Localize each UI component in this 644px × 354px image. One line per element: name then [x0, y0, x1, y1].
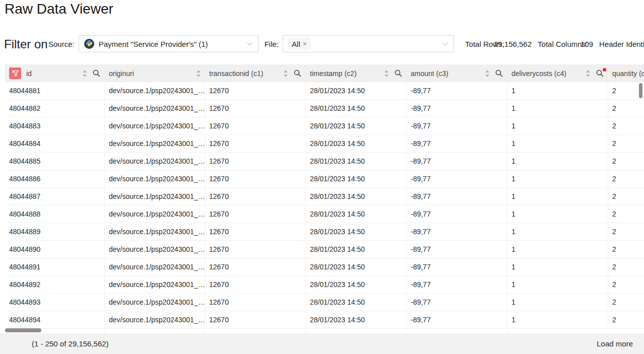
close-icon[interactable]: ×: [303, 40, 307, 48]
cell-id: 48044881: [5, 82, 105, 99]
cell-id: 48044893: [5, 294, 105, 311]
sort-carets-icon[interactable]: [82, 69, 87, 78]
column-label: deliverycosts (c4): [511, 69, 583, 78]
cell-transactionid: 12670: [205, 223, 306, 240]
table-row: 48044886dev/source.1/psp20243001_…126702…: [5, 170, 644, 188]
cell-timestamp: 28/01/2023 14:50: [306, 258, 407, 275]
table-row: 48044888dev/source.1/psp20243001_…126702…: [5, 205, 644, 223]
cell-quantity: 2: [608, 135, 644, 152]
table-row: 48044885dev/source.1/psp20243001_…126702…: [5, 153, 644, 170]
column-label: id: [26, 69, 79, 78]
cell-originuri: dev/source.1/psp20243001_…: [105, 241, 205, 258]
cell-id: 48044882: [5, 100, 105, 117]
table-row: 48044893dev/source.1/psp20243001_…126702…: [5, 294, 644, 311]
stat-value: 29,156,562: [489, 40, 532, 48]
row-range-label: (1 - 250 of 29,156,562): [32, 339, 109, 348]
table-row: 48044881dev/source.1/psp20243001_…126702…: [5, 82, 644, 100]
page-title: Raw Data Viewer: [5, 1, 113, 17]
data-table: idoriginuritransactionid (c1)timestamp (…: [0, 64, 644, 333]
magnifier-icon[interactable]: [495, 69, 503, 78]
sort-carets-icon[interactable]: [384, 69, 389, 78]
table-body: 48044881dev/source.1/psp20243001_…126702…: [5, 82, 644, 333]
cell-timestamp: 28/01/2023 14:50: [306, 188, 407, 205]
cell-id: 48044889: [5, 223, 105, 240]
cell-deliverycosts: 1: [507, 153, 608, 170]
sort-carets-icon[interactable]: [196, 69, 201, 78]
cell-amount: -89,77: [407, 82, 507, 99]
cell-originuri: dev/source.1/psp20243001_…: [105, 82, 205, 99]
cell-quantity: 2: [608, 294, 644, 311]
cell-originuri: dev/source.1/psp20243001_…: [105, 205, 205, 223]
cell-deliverycosts: 1: [507, 205, 608, 223]
magnifier-icon[interactable]: [92, 69, 101, 78]
chevron-down-icon: [442, 42, 448, 46]
cell-deliverycosts: 1: [507, 241, 608, 258]
cell-id: 48044894: [5, 311, 105, 328]
column-header-transactionid: transactionid (c1): [205, 64, 306, 82]
horizontal-scrollbar-thumb[interactable]: [5, 328, 41, 332]
file-select[interactable]: All ×: [283, 35, 454, 52]
vertical-scrollbar-thumb[interactable]: [639, 83, 642, 98]
cell-deliverycosts: 1: [507, 100, 608, 117]
magnifier-icon[interactable]: [394, 69, 403, 78]
file-tag-label: All: [292, 40, 300, 48]
column-header-id: id: [5, 64, 105, 82]
stat-header-identifier: Header Identifier: No: [599, 39, 644, 49]
source-select[interactable]: Payment "Service Provider's" (1): [79, 35, 259, 52]
cell-timestamp: 28/01/2023 14:50: [306, 153, 407, 170]
cell-amount: -89,77: [407, 135, 507, 152]
table-footer: (1 - 250 of 29,156,562) Load more: [0, 333, 644, 354]
column-header-quantity: quantity (c5): [608, 64, 644, 82]
stat-label: Total Columns:: [538, 39, 572, 49]
cell-id: 48044887: [5, 188, 105, 205]
cell-quantity: 2: [608, 117, 644, 134]
cell-originuri: dev/source.1/psp20243001_…: [105, 311, 205, 328]
clear-filters-button[interactable]: [9, 67, 21, 79]
sort-carets-icon[interactable]: [485, 69, 490, 78]
table-row: 48044890dev/source.1/psp20243001_…126702…: [5, 241, 644, 258]
sort-carets-icon[interactable]: [283, 69, 288, 78]
cell-amount: -89,77: [407, 188, 507, 205]
cell-deliverycosts: 1: [507, 170, 608, 187]
cell-transactionid: 12670: [205, 276, 306, 293]
cell-amount: -89,77: [407, 170, 507, 187]
cell-deliverycosts: 1: [507, 258, 608, 275]
table-header-row: idoriginuritransactionid (c1)timestamp (…: [5, 64, 644, 82]
cell-quantity: 2: [608, 223, 644, 240]
column-label: transactionid (c1): [209, 69, 280, 78]
column-header-originuri: originuri: [105, 64, 205, 82]
cell-deliverycosts: 1: [507, 82, 608, 99]
cell-amount: -89,77: [407, 294, 507, 311]
cell-transactionid: 12670: [205, 82, 306, 99]
cell-transactionid: 12670: [205, 188, 306, 205]
magnifier-icon[interactable]: [596, 69, 604, 78]
load-more-button[interactable]: Load more: [597, 339, 633, 348]
cell-timestamp: 28/01/2023 14:50: [306, 100, 407, 117]
magnifier-icon[interactable]: [293, 69, 302, 78]
table-row: 48044891dev/source.1/psp20243001_…126702…: [5, 258, 644, 276]
sort-carets-icon[interactable]: [586, 69, 591, 78]
table-row: 48044887dev/source.1/psp20243001_…126702…: [5, 188, 644, 205]
filter-active-badge: [603, 68, 606, 72]
cell-transactionid: 12670: [205, 135, 306, 152]
cell-timestamp: 28/01/2023 14:50: [306, 223, 407, 240]
file-tag-all: All ×: [288, 38, 310, 50]
cell-id: 48044891: [5, 258, 105, 275]
stat-total-rows: Total Rows: 29,156,562: [465, 39, 532, 49]
column-label: timestamp (c2): [310, 69, 381, 78]
cell-timestamp: 28/01/2023 14:50: [306, 117, 407, 134]
cell-deliverycosts: 1: [507, 311, 608, 328]
cell-amount: -89,77: [407, 311, 507, 328]
column-header-deliverycosts: deliverycosts (c4): [507, 64, 608, 82]
cell-id: 48044883: [5, 117, 105, 134]
stat-total-columns: Total Columns: 109: [538, 39, 593, 49]
cell-originuri: dev/source.1/psp20243001_…: [105, 135, 205, 152]
cell-timestamp: 28/01/2023 14:50: [306, 82, 407, 99]
cell-timestamp: 28/01/2023 14:50: [306, 311, 407, 328]
filter-x-icon: [12, 70, 19, 77]
cell-id: 48044885: [5, 153, 105, 170]
cell-amount: -89,77: [407, 276, 507, 293]
table-row: 48044884dev/source.1/psp20243001_…126702…: [5, 135, 644, 153]
cell-quantity: 2: [608, 276, 644, 293]
cell-amount: -89,77: [407, 241, 507, 258]
